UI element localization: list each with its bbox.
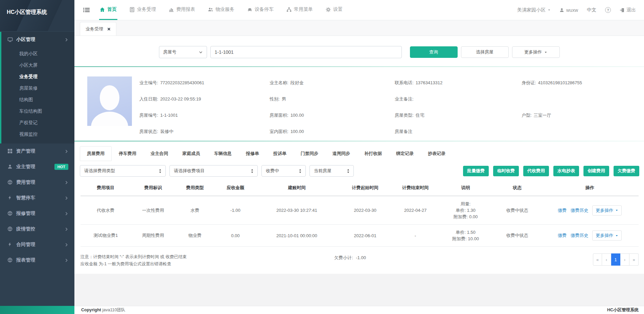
sidebar-item-repair-mgmt[interactable]: 报修管理 [1,206,74,221]
sidebar-item-video-monitor[interactable]: 视频监控 [1,129,74,140]
top-navbar: 首页 业务受理 费用报表 物业服务 设备停车 [74,0,644,20]
page-last-button[interactable]: » [629,253,639,266]
description-cell: 用量: 单价: 1.30 附加费: 0.00 [438,196,493,225]
fee-type-select[interactable]: 请选择费用类型 [80,165,166,177]
tab-owner-contract[interactable]: 业主合同 [143,146,175,161]
pay-link[interactable]: 缴费 [558,232,567,239]
create-fee-button[interactable]: 创建费用 [583,166,609,176]
row-more-actions-button[interactable]: 更多操作 [592,230,622,241]
sidebar-item-owner-mgmt[interactable]: 业主管理 HOT [1,159,74,175]
nav-item-label: 业务受理 [137,6,156,13]
sidebar-item-house-decoration[interactable]: 房屋装修 [1,83,74,94]
home-icon [100,7,105,12]
sidebar-item-smart-parking[interactable]: 智慧停车 [1,190,74,206]
page-tab-business-acceptance[interactable]: 业务受理 [80,22,116,36]
app-logo: HC小区管理系统 [0,0,74,31]
sidebar-item-epidemic-control[interactable]: 疫情管控 [1,221,74,237]
tab-house-fee[interactable]: 房屋费用 [80,146,112,161]
more-actions-button[interactable]: 更多操作 [512,46,560,58]
row-more-actions-button[interactable]: 更多操作 [592,205,622,216]
tab-parking-fee[interactable]: 停车费用 [112,146,143,161]
pay-history-link[interactable]: 缴费历史 [571,207,588,214]
search-field-select[interactable]: 房屋号 [159,46,207,58]
owner-field: 户型:三室一厅 [522,112,637,118]
sidebar-item-property-registration[interactable]: 产权登记 [1,117,74,129]
page-first-button[interactable]: « [593,253,602,266]
owed-subtotal: 欠费小计: -1.00 [334,253,366,261]
page-tabstrip: 业务受理 [74,20,644,36]
house-scope-select[interactable]: 当前房屋 [309,165,354,177]
sidebar-item-asset-mgmt[interactable]: 资产管理 [1,143,74,159]
nav-item-fee-report[interactable]: 费用报表 [168,0,196,20]
nav-item-settings[interactable]: 设置 [325,0,343,20]
collect-fee-button[interactable]: 代收费用 [523,166,549,176]
tab-complaint-order[interactable]: 投诉单 [266,146,294,161]
temp-charge-button[interactable]: 临时收费 [493,166,519,176]
sidebar-item-report-mgmt[interactable]: 报表管理 [1,252,74,268]
tab-reprint-receipt[interactable]: 补打收据 [357,146,389,161]
tab-repair-order[interactable]: 报修单 [239,146,266,161]
chevron-right-icon [65,212,68,216]
owed-pay-button[interactable]: 欠费缴费 [614,166,639,176]
tab-access-sync[interactable]: 门禁同步 [294,146,325,161]
pay-history-link[interactable]: 缴费历史 [571,232,588,239]
page-1-button[interactable]: 1 [611,253,620,266]
owner-field [522,96,637,102]
batch-pay-button[interactable]: 批量缴费 [463,166,489,176]
pay-link[interactable]: 缴费 [558,207,567,214]
sidebar-submenu-community: 我的小区 小区大屏 业务受理 房屋装修 结构图 车位结构图 产权登记 视频监控 [1,47,74,143]
page-next-button[interactable]: › [620,253,629,266]
nav-item-property-service[interactable]: 物业服务 [207,0,235,20]
page-prev-button[interactable]: ‹ [602,253,611,266]
sidebar-item-structure-map[interactable]: 结构图 [1,94,74,106]
tab-family-members[interactable]: 家庭成员 [175,146,207,161]
user-menu[interactable]: wuxw [559,7,578,13]
tab-binding-records[interactable]: 绑定记录 [389,146,421,161]
username: wuxw [566,7,578,13]
fee-item-select[interactable]: 请选择收费项目 [169,165,258,177]
users-icon [208,7,213,12]
sidebar-item-label: 报表管理 [16,257,61,263]
help-icon[interactable]: ? [605,7,611,13]
tab-meter-records[interactable]: 抄表记录 [421,146,453,161]
select-house-button[interactable]: 选择房屋 [461,46,509,58]
updown-arrows-icon [298,169,302,173]
sidebar-group: 报修管理 [0,206,74,221]
sidebar-item-my-community[interactable]: 我的小区 [1,48,74,60]
owner-field: 联系电话:13763413312 [395,80,522,86]
sidebar-item-label: 智慧停车 [16,195,61,201]
fee-action-buttons: 批量缴费 临时收费 代收费用 水电抄表 创建费用 欠费缴费 [463,166,639,176]
sidebar-item-community-screen[interactable]: 小区大屏 [1,60,74,71]
nav-item-label: 物业服务 [215,6,234,13]
menu-toggle-icon[interactable] [81,0,92,20]
sidebar-group: 疫情管控 [0,221,74,237]
nav-item-home[interactable]: 首页 [99,0,117,20]
fee-table-row: 测试物业费1 周期性费用 物业费 0.00 2021-10-01 00:00:0… [80,225,639,247]
sidebar-item-contract-mgmt[interactable]: 合同管理 [1,237,74,252]
search-input[interactable] [210,46,402,58]
query-button[interactable]: 查询 [410,46,458,58]
page-tab-label: 业务受理 [86,26,103,32]
fee-state-select[interactable]: 收费中 [261,165,306,177]
community-dropdown[interactable]: 美满家园小区 [517,7,551,13]
nav-item-common-menu[interactable]: 常用菜单 [286,0,314,20]
sidebar-item-parking-structure-map[interactable]: 车位结构图 [1,106,74,117]
nav-item-business-acceptance[interactable]: 业务受理 [129,0,157,20]
nav-item-device-parking[interactable]: 设备停车 [247,0,274,20]
logout-label: 退出 [626,7,636,13]
meter-reading-button[interactable]: 水电抄表 [553,166,579,176]
sidebar-item-business-acceptance[interactable]: 业务受理 [1,71,74,83]
language-switch[interactable]: 中文 [587,7,596,13]
sidebar-item-fee-mgmt[interactable]: 费用管理 [1,175,74,190]
tab-vehicle-info[interactable]: 车辆信息 [207,146,239,161]
sidebar-menu: 小区管理 我的小区 小区大屏 业务受理 房屋装修 结构图 车位结构图 产权登记 … [0,31,74,306]
globe-icon [7,211,13,216]
close-icon[interactable] [107,27,111,31]
tab-gate-sync[interactable]: 道闸同步 [325,146,357,161]
logout-button[interactable]: 退出 [620,7,636,13]
sidebar-item-community-mgmt[interactable]: 小区管理 [1,32,74,47]
bolt-icon [7,195,13,201]
chevron-right-icon [65,243,68,247]
table-note: 注意：计费结束时间 “-” 表示未到计费时间 或 收费已结束 应收金额 为-1 … [80,253,270,268]
sidebar-group: 智慧停车 [0,190,74,206]
